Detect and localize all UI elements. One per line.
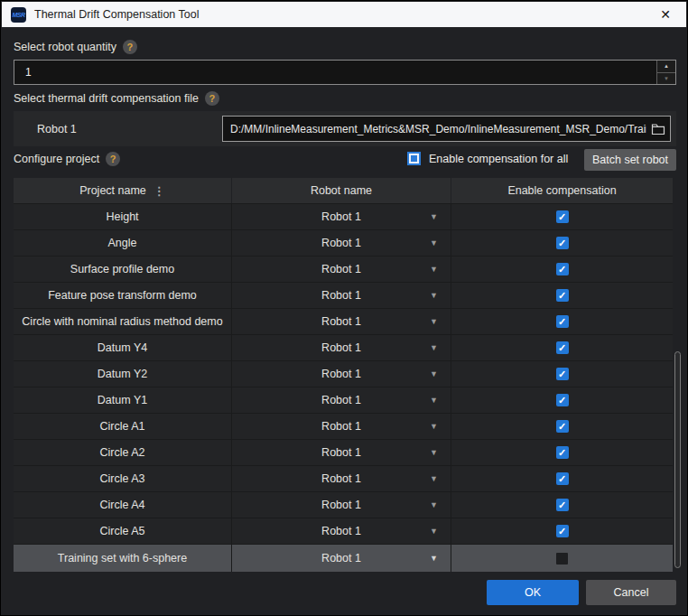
chevron-down-icon: ▼ <box>430 527 438 536</box>
file-path-input[interactable] <box>223 117 670 141</box>
compensation-checkbox[interactable]: ✓ <box>556 210 569 223</box>
table-row[interactable]: Feature pose transform demoRobot 1▼✓ <box>14 282 673 308</box>
vertical-scrollbar[interactable] <box>674 178 682 572</box>
robot-select-dropdown[interactable]: Robot 1▼ <box>231 257 451 282</box>
compensation-checkbox[interactable] <box>556 553 568 565</box>
compensation-checkbox[interactable]: ✓ <box>556 341 569 354</box>
robot-select-dropdown[interactable]: Robot 1▼ <box>231 204 451 229</box>
table-row[interactable]: HeightRobot 1▼✓ <box>14 203 673 229</box>
robot-select-value: Robot 1 <box>321 499 361 511</box>
project-name-cell: Circle A3 <box>14 466 231 491</box>
column-header-robot-name[interactable]: Robot name <box>231 178 451 203</box>
compensation-checkbox[interactable]: ✓ <box>556 368 569 380</box>
help-icon[interactable]: ? <box>123 40 137 54</box>
robot-select-dropdown[interactable]: Robot 1▼ <box>231 466 451 491</box>
robot-select-dropdown[interactable]: Robot 1▼ <box>231 387 451 413</box>
chevron-down-icon: ▼ <box>430 212 438 221</box>
compensation-checkbox[interactable]: ✓ <box>556 263 569 275</box>
robot-select-value: Robot 1 <box>321 210 361 223</box>
compensation-file-label-text: Select thermal drift compensation file <box>14 92 199 105</box>
robot-select-dropdown[interactable]: Robot 1▼ <box>231 335 451 360</box>
project-name-cell: Angle <box>14 230 231 256</box>
robot-select-dropdown[interactable]: Robot 1▼ <box>231 414 451 439</box>
project-name-cell: Datum Y2 <box>14 361 231 387</box>
chevron-down-icon: ▼ <box>430 265 438 274</box>
table-row[interactable]: Datum Y1Robot 1▼✓ <box>14 387 673 413</box>
robot-select-dropdown[interactable]: Robot 1▼ <box>231 283 451 308</box>
robot-select-dropdown[interactable]: Robot 1▼ <box>231 440 451 465</box>
indeterminate-mark <box>411 155 417 162</box>
close-icon[interactable]: ✕ <box>645 2 686 27</box>
batch-set-robot-button[interactable]: Batch set robot <box>584 149 676 171</box>
project-name-cell: Circle A5 <box>14 518 231 544</box>
robot-quantity-spinbox: ▲ ▼ <box>14 60 676 85</box>
compensation-checkbox[interactable]: ✓ <box>556 237 569 249</box>
ok-button[interactable]: OK <box>487 580 579 605</box>
robot-select-value: Robot 1 <box>321 394 361 406</box>
project-table: Project name ⋮ Robot name Enable compens… <box>14 178 673 572</box>
enable-compensation-cell: ✓ <box>451 204 673 229</box>
table-row[interactable]: Circle A4Robot 1▼✓ <box>14 491 673 518</box>
table-row[interactable]: Circle A3Robot 1▼✓ <box>14 465 673 491</box>
cancel-button[interactable]: Cancel <box>586 580 676 605</box>
compensation-checkbox[interactable]: ✓ <box>556 499 569 511</box>
enable-all-checkbox[interactable] <box>407 152 421 165</box>
compensation-checkbox[interactable]: ✓ <box>556 289 569 302</box>
spinner-down-icon[interactable]: ▼ <box>657 73 675 85</box>
chevron-down-icon: ▼ <box>430 396 438 405</box>
table-row[interactable]: Surface profile demoRobot 1▼✓ <box>14 256 673 282</box>
help-icon[interactable]: ? <box>205 91 219 106</box>
enable-compensation-cell: ✓ <box>451 518 673 544</box>
robot-select-dropdown[interactable]: Robot 1▼ <box>231 230 451 256</box>
project-name-cell: Circle with nominal radius method demo <box>14 309 231 334</box>
column-header-enable-compensation[interactable]: Enable compensation <box>451 178 673 203</box>
table-row[interactable]: Circle A1Robot 1▼✓ <box>14 413 673 439</box>
robot-select-value: Robot 1 <box>321 552 361 565</box>
compensation-checkbox[interactable]: ✓ <box>556 472 569 485</box>
table-row[interactable]: Training set with 6-sphereRobot 1▼ <box>14 544 673 572</box>
table-row[interactable]: Datum Y4Robot 1▼✓ <box>14 334 673 360</box>
column-menu-icon[interactable]: ⋮ <box>153 184 165 198</box>
folder-icon[interactable] <box>650 121 666 136</box>
column-header-text: Enable compensation <box>507 184 616 197</box>
robot-select-value: Robot 1 <box>321 237 361 249</box>
compensation-checkbox[interactable]: ✓ <box>556 446 569 459</box>
compensation-checkbox[interactable]: ✓ <box>556 420 569 433</box>
app-logo-icon: MSR <box>11 7 26 23</box>
enable-compensation-cell: ✓ <box>451 309 673 334</box>
table-row[interactable]: Datum Y2Robot 1▼✓ <box>14 360 673 387</box>
chevron-down-icon: ▼ <box>430 474 438 483</box>
project-name-cell: Circle A4 <box>14 492 231 518</box>
enable-compensation-for-all[interactable]: Enable compensation for all <box>407 152 568 165</box>
robot-name-label: Robot 1 <box>37 123 77 135</box>
robot-select-value: Robot 1 <box>321 420 361 433</box>
thermal-drift-tool-window: MSR Thermal Drift Compensation Tool ✕ Se… <box>0 0 688 616</box>
robot-select-dropdown[interactable]: Robot 1▼ <box>231 492 451 518</box>
table-row[interactable]: Circle A5Robot 1▼✓ <box>14 518 673 544</box>
enable-compensation-cell: ✓ <box>451 492 673 518</box>
chevron-down-icon: ▼ <box>430 422 438 431</box>
compensation-checkbox[interactable]: ✓ <box>556 315 569 328</box>
compensation-checkbox[interactable]: ✓ <box>556 525 569 537</box>
robot-quantity-label: Select robot quantity ? <box>14 40 137 54</box>
scrollbar-thumb[interactable] <box>674 351 681 568</box>
robot-select-dropdown[interactable]: Robot 1▼ <box>231 545 451 572</box>
robot-select-dropdown[interactable]: Robot 1▼ <box>231 309 451 334</box>
spinner-up-icon[interactable]: ▲ <box>657 61 675 73</box>
table-header: Project name ⋮ Robot name Enable compens… <box>14 178 673 203</box>
robot-quantity-input[interactable] <box>14 61 652 84</box>
help-icon[interactable]: ? <box>106 152 120 166</box>
table-row[interactable]: AngleRobot 1▼✓ <box>14 229 673 256</box>
chevron-down-icon: ▼ <box>430 238 438 247</box>
spinner: ▲ ▼ <box>656 61 675 84</box>
chevron-down-icon: ▼ <box>430 448 438 457</box>
enable-compensation-cell: ✓ <box>451 414 673 439</box>
table-row[interactable]: Circle with nominal radius method demoRo… <box>14 308 673 334</box>
window-title: Thermal Drift Compensation Tool <box>34 8 199 21</box>
column-header-project-name[interactable]: Project name ⋮ <box>14 178 231 203</box>
table-row[interactable]: Circle A2Robot 1▼✓ <box>14 439 673 465</box>
enable-compensation-cell: ✓ <box>451 361 673 387</box>
compensation-checkbox[interactable]: ✓ <box>556 394 569 406</box>
robot-select-dropdown[interactable]: Robot 1▼ <box>231 361 451 387</box>
robot-select-dropdown[interactable]: Robot 1▼ <box>231 518 451 544</box>
